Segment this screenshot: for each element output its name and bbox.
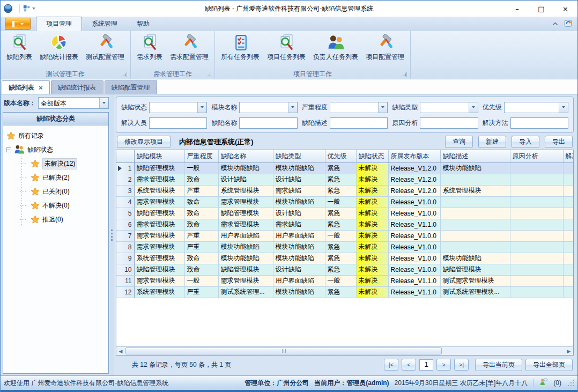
row-number: 1 [116, 162, 134, 174]
column-header-严重程度[interactable]: 严重程度 [184, 150, 218, 162]
document-tab-缺陷统计报表[interactable]: 缺陷统计报表 [51, 80, 103, 94]
ribbon-button-缺陷列表[interactable]: 缺陷列表 [3, 32, 36, 63]
document-tab-缺陷列表[interactable]: 缺陷列表× [2, 80, 50, 94]
column-header-优先级[interactable]: 优先级 [325, 150, 356, 162]
ribbon-button-需求配置管理[interactable]: 需求配置管理 [166, 32, 212, 63]
panel-splitter[interactable] [110, 94, 114, 375]
scroll-left-icon[interactable]: ◀ [116, 347, 125, 355]
chevron-down-icon[interactable] [99, 98, 108, 108]
chevron-down-icon[interactable] [559, 102, 568, 113]
cell-所属发布版本: Release_V1.1.0 [388, 219, 440, 230]
org-text: 管理单位：广州分公司 [244, 379, 309, 388]
column-header-缺陷状态[interactable]: 缺陷状态 [356, 150, 388, 162]
divider [19, 4, 20, 13]
export-current-page-button[interactable]: 导出当前页 [475, 359, 522, 371]
create-button[interactable]: 新建 [478, 136, 506, 148]
table-row[interactable]: 7需求管理模块严重用户界面缺陷用户界面缺陷一般未解决Release_V1.0.0 [116, 230, 573, 241]
chevron-down-icon[interactable] [469, 102, 478, 113]
cell-优先级: 紧急 [325, 219, 356, 230]
table-row[interactable]: 8需求管理模块严重模块功能缺陷模块功能缺陷紧急未解决Release_V1.0.0 [116, 241, 573, 253]
group-dialog-launcher-icon[interactable] [122, 72, 127, 77]
filter-input-解决人员[interactable] [149, 117, 207, 129]
table-row[interactable]: 6需求管理模块致命需求管理模块需求缺陷紧急未解决Release_V1.1.0 [116, 219, 573, 230]
scrollbar-track[interactable] [125, 347, 565, 355]
import-button[interactable]: 导入 [512, 136, 539, 148]
filter-combo-优先级[interactable] [504, 102, 568, 113]
cell-缺陷类型: 模块功能缺陷 [273, 162, 325, 174]
version-combo[interactable]: 全部版本 [38, 97, 109, 109]
column-header-缺陷描述[interactable]: 缺陷描述 [440, 150, 510, 162]
ribbon-button-需求列表[interactable]: 需求列表 [133, 32, 166, 63]
maximize-button[interactable]: □ [529, 1, 553, 17]
prev-page-button[interactable]: < [402, 359, 416, 371]
ribbon-button-项目任务列表[interactable]: 项目任务列表 [263, 32, 309, 63]
close-tab-icon[interactable]: × [39, 84, 43, 91]
cell-所属发布版本: Release_V1.0.0 [388, 264, 440, 275]
column-header-缺陷名称[interactable]: 缺陷名称 [218, 150, 273, 162]
table-row[interactable]: 1缺陷管理模块一般模块功能缺陷模块功能缺陷紧急未解决Release_V1.2.0… [116, 162, 573, 174]
application-menu-button[interactable] [5, 18, 31, 30]
last-page-button[interactable]: >| [454, 359, 469, 371]
query-button[interactable]: 查询 [445, 136, 473, 148]
column-header-缺陷模块[interactable]: 缺陷模块 [134, 150, 184, 162]
cell-缺陷名称: 缺陷管理模块 [218, 208, 273, 219]
ribbon-button-项目配置管理[interactable]: 项目配置管理 [362, 32, 408, 63]
chevron-down-icon[interactable] [288, 102, 297, 113]
table-row[interactable]: 12系统管理模块严重测试系统管理...模块功能缺陷紧急未解决Release_V1… [116, 286, 573, 298]
resize-grip-icon[interactable] [568, 380, 574, 386]
modify-columns-button[interactable]: 修改显示项目 [117, 136, 171, 148]
cell-严重程度: 严重 [184, 241, 218, 253]
minimize-button[interactable]: – [505, 1, 529, 17]
filter-input-原因分析[interactable] [420, 117, 478, 129]
chevron-down-icon[interactable] [378, 102, 387, 113]
ribbon-button-缺陷统计报表[interactable]: 缺陷统计报表 [36, 32, 82, 63]
ribbon-button-负责人任务列表[interactable]: 负责人任务列表 [309, 32, 362, 63]
group-dialog-launcher-icon[interactable] [402, 72, 407, 77]
scrollbar-thumb[interactable] [125, 347, 442, 354]
page-number-input[interactable] [419, 359, 433, 371]
filter-combo-模块名称[interactable] [239, 102, 297, 113]
version-combo-value: 全部版本 [39, 98, 99, 108]
close-button[interactable]: × [553, 1, 577, 17]
next-page-button[interactable]: > [436, 359, 451, 371]
filter-input-解决方法[interactable] [510, 117, 568, 129]
table-row[interactable]: 4需求管理模块致命需求管理模块模块功能缺陷一般未解决Release_V1.0.0 [116, 196, 573, 208]
table-row[interactable]: 3系统管理模块严重系统管理模块需求缺陷紧急未解决Release_V1.2.0系统… [116, 185, 573, 196]
ribbon-tab-帮助[interactable]: 帮助 [127, 17, 159, 31]
collapse-node-icon[interactable] [6, 147, 11, 152]
group-dialog-launcher-icon[interactable] [206, 72, 211, 77]
document-tab-缺陷配置管理[interactable]: 缺陷配置管理 [105, 80, 157, 94]
table-row[interactable]: 5缺陷管理模块致命缺陷管理模块设计缺陷紧急未解决Release_V1.0.0 [116, 208, 573, 219]
table-row[interactable]: 2需求管理模块致命设计缺陷设计缺陷紧急未解决Release_V1.2.0 [116, 174, 573, 185]
cell-优先级: 紧急 [325, 286, 356, 298]
column-header-解决方法[interactable]: 解决方法 [563, 150, 573, 162]
export-all-pages-button[interactable]: 导出全部页 [525, 359, 573, 371]
messenger-icon[interactable] [539, 378, 548, 388]
tree-item-缺陷状态[interactable]: 缺陷状态 [6, 143, 107, 157]
column-header-原因分析[interactable]: 原因分析 [510, 150, 563, 162]
filter-field-优先级: 优先级 [483, 102, 568, 113]
ribbon-button-所有任务列表[interactable]: 所有任务列表 [217, 32, 263, 63]
filter-input-缺陷描述[interactable] [330, 117, 388, 129]
collapse-ribbon-icon[interactable] [552, 20, 559, 28]
first-page-button[interactable]: |< [384, 359, 398, 371]
filter-combo-缺陷状态[interactable] [149, 102, 207, 113]
theme-switch-icon[interactable] [564, 19, 573, 29]
left-panel: 版本名称： 全部版本 缺陷状态分类 所有记录缺陷状态未解决(12)已解决(2)已… [1, 94, 110, 375]
ribbon-button-测试配置管理[interactable]: 测试配置管理 [82, 32, 128, 63]
quick-access-toolbar-button[interactable] [23, 5, 35, 12]
table-row[interactable]: 10缺陷管理模块致命缺陷管理模块设计缺陷紧急未解决Release_V1.0.0缺… [116, 264, 573, 275]
filter-combo-严重程度[interactable] [330, 102, 388, 113]
filter-input-缺陷名称[interactable] [239, 117, 297, 129]
ribbon-tab-系统管理[interactable]: 系统管理 [82, 17, 127, 31]
chevron-down-icon[interactable] [197, 102, 206, 113]
tree-item-所有记录[interactable]: 所有记录 [6, 129, 107, 143]
column-header-所属发布版本[interactable]: 所属发布版本 [388, 150, 440, 162]
filter-combo-缺陷类型[interactable] [420, 102, 478, 113]
scroll-right-icon[interactable]: ▶ [565, 347, 573, 355]
export-button[interactable]: 导出 [545, 136, 573, 148]
table-row[interactable]: 9系统管理模块致命模块功能缺陷模块功能缺陷紧急未解决Release_V1.0.0… [116, 253, 573, 264]
ribbon-tab-项目管理[interactable]: 项目管理 [36, 17, 82, 31]
column-header-缺陷类型[interactable]: 缺陷类型 [273, 150, 325, 162]
table-row[interactable]: 11需求管理模块一般需求管理模块用户界面缺陷一般未解决Release_V1.1.… [116, 275, 573, 286]
